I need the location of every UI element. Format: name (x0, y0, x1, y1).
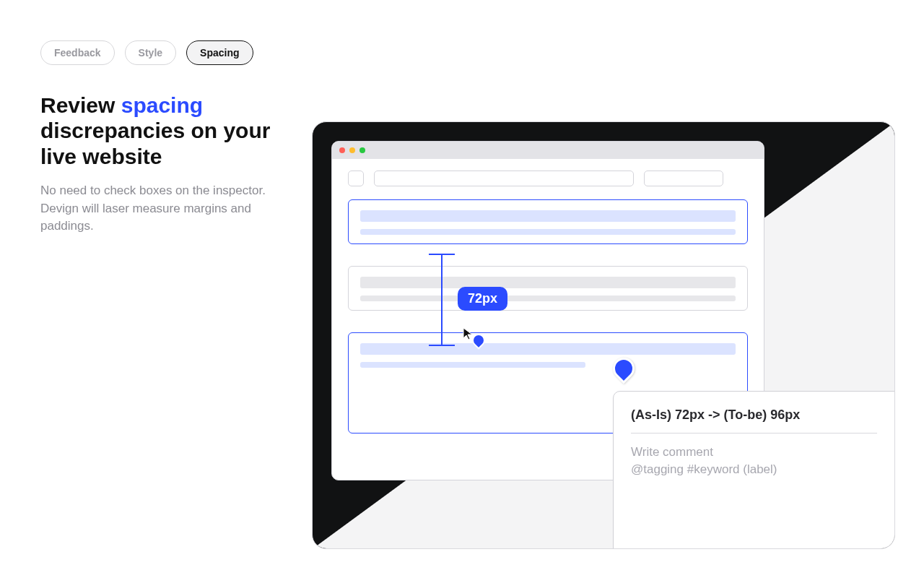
mock-toolbar-wide (374, 171, 634, 186)
page-subtext: No need to check boxes on the inspector.… (40, 182, 286, 236)
spacing-measurement-badge: 72px (458, 287, 507, 311)
mock-toolbar-mid (644, 171, 723, 186)
spacing-ruler-icon (429, 254, 455, 346)
copy-block: Review spacing discrepancies on your liv… (40, 92, 286, 236)
divider (631, 433, 877, 434)
headline-post: discrepancies on your live website (40, 118, 270, 168)
page-title: Review spacing discrepancies on your liv… (40, 92, 286, 169)
mock-card-middle (348, 266, 748, 311)
comment-title: (As-Is) 72px -> (To-be) 96px (631, 407, 877, 423)
traffic-light-min-icon (349, 147, 355, 153)
feature-tabs: Feedback Style Spacing (40, 40, 253, 65)
comment-input[interactable]: Write comment @tagging #keyword (label) (631, 444, 877, 478)
comment-card: (As-Is) 72px -> (To-be) 96px Write comme… (613, 391, 895, 549)
tab-feedback[interactable]: Feedback (40, 40, 115, 65)
headline-accent: spacing (121, 93, 203, 117)
illustration-frame: 72px (As-Is) 72px -> (To-be) 96px Write … (312, 121, 895, 549)
mock-toolbar (348, 171, 748, 186)
traffic-light-close-icon (339, 147, 345, 153)
mock-line (360, 362, 585, 368)
mock-card-selected-top (348, 199, 748, 244)
mock-line (360, 277, 736, 288)
traffic-light-max-icon (359, 147, 365, 153)
mock-toolbar-square (348, 171, 364, 186)
browser-titlebar (332, 142, 764, 159)
tab-spacing[interactable]: Spacing (186, 40, 253, 65)
mock-line (360, 343, 736, 355)
tab-style[interactable]: Style (125, 40, 176, 65)
mock-line (360, 210, 736, 222)
mock-line (360, 229, 736, 235)
mock-line (360, 296, 736, 301)
headline-pre: Review (40, 93, 121, 117)
